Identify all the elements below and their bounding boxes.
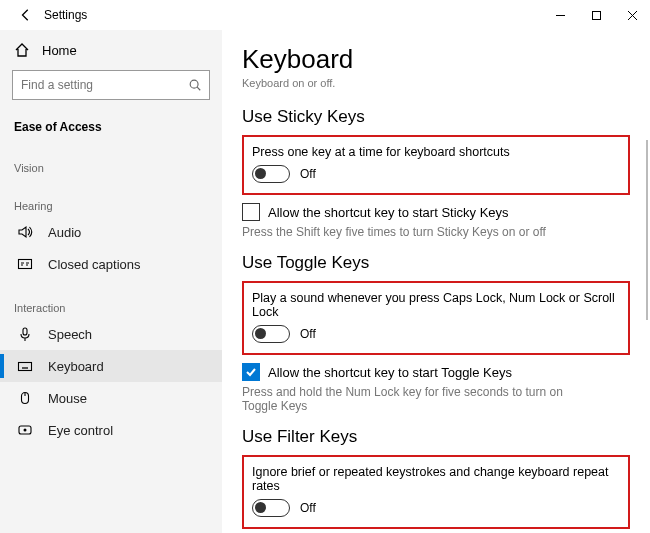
page-title: Keyboard xyxy=(242,44,630,75)
svg-rect-4 xyxy=(19,260,32,269)
home-link[interactable]: Home xyxy=(0,36,222,64)
nav-eye-label: Eye control xyxy=(48,423,113,438)
content-pane: Keyboard Keyboard on or off. Use Sticky … xyxy=(222,30,650,533)
sticky-highlight: Press one key at a time for keyboard sho… xyxy=(242,135,630,195)
sticky-toggle[interactable] xyxy=(252,165,290,183)
window-title: Settings xyxy=(44,8,87,22)
sidebar: Home Ease of Access Vision Hearing Audio… xyxy=(0,30,222,533)
svg-line-3 xyxy=(197,87,200,90)
toggle-shortcut-checkbox[interactable] xyxy=(242,363,260,381)
filter-state: Off xyxy=(300,501,316,515)
eye-icon xyxy=(16,422,34,438)
svg-rect-6 xyxy=(19,363,32,371)
home-icon xyxy=(14,42,30,58)
nav-captions-label: Closed captions xyxy=(48,257,141,272)
subgroup-vision: Vision xyxy=(0,152,222,178)
nav-audio[interactable]: Audio xyxy=(0,216,222,248)
speaker-icon xyxy=(16,224,34,240)
filter-toggle[interactable] xyxy=(252,499,290,517)
sticky-label: Press one key at a time for keyboard sho… xyxy=(252,145,620,159)
svg-rect-1 xyxy=(592,11,600,19)
group-header: Ease of Access xyxy=(0,110,222,140)
filter-heading: Use Filter Keys xyxy=(242,427,630,447)
nav-speech[interactable]: Speech xyxy=(0,318,222,350)
nav-keyboard-label: Keyboard xyxy=(48,359,104,374)
sticky-hint: Press the Shift key five times to turn S… xyxy=(242,225,582,239)
minimize-icon xyxy=(555,10,566,21)
search-field[interactable] xyxy=(13,78,181,92)
maximize-icon xyxy=(591,10,602,21)
sticky-heading: Use Sticky Keys xyxy=(242,107,630,127)
toggle-highlight: Play a sound whenever you press Caps Loc… xyxy=(242,281,630,355)
toggle-label: Play a sound whenever you press Caps Loc… xyxy=(252,291,620,319)
nav-audio-label: Audio xyxy=(48,225,81,240)
arrow-left-icon xyxy=(19,8,33,22)
nav-keyboard[interactable]: Keyboard xyxy=(0,350,222,382)
sticky-shortcut-checkbox[interactable] xyxy=(242,203,260,221)
svg-point-10 xyxy=(24,429,27,432)
back-button[interactable] xyxy=(12,8,40,22)
microphone-icon xyxy=(16,326,34,342)
subgroup-interaction: Interaction xyxy=(0,292,222,318)
search-icon xyxy=(181,78,209,92)
svg-rect-5 xyxy=(23,328,27,335)
search-input[interactable] xyxy=(12,70,210,100)
filter-label: Ignore brief or repeated keystrokes and … xyxy=(252,465,620,493)
mouse-icon xyxy=(16,390,34,406)
subgroup-hearing: Hearing xyxy=(0,190,222,216)
page-subtitle: Keyboard on or off. xyxy=(242,77,630,89)
nav-mouse[interactable]: Mouse xyxy=(0,382,222,414)
filter-highlight: Ignore brief or repeated keystrokes and … xyxy=(242,455,630,529)
nav-speech-label: Speech xyxy=(48,327,92,342)
minimize-button[interactable] xyxy=(542,0,578,30)
close-icon xyxy=(627,10,638,21)
keyboard-icon xyxy=(16,358,34,374)
svg-point-2 xyxy=(190,80,198,88)
toggle-heading: Use Toggle Keys xyxy=(242,253,630,273)
sticky-shortcut-label: Allow the shortcut key to start Sticky K… xyxy=(268,205,509,220)
toggle-hint: Press and hold the Num Lock key for five… xyxy=(242,385,582,413)
toggle-keys-toggle[interactable] xyxy=(252,325,290,343)
toggle-shortcut-label: Allow the shortcut key to start Toggle K… xyxy=(268,365,512,380)
maximize-button[interactable] xyxy=(578,0,614,30)
scrollbar[interactable] xyxy=(646,140,648,320)
sticky-state: Off xyxy=(300,167,316,181)
toggle-state: Off xyxy=(300,327,316,341)
captions-icon xyxy=(16,256,34,272)
check-icon xyxy=(245,366,257,378)
nav-eye[interactable]: Eye control xyxy=(0,414,222,446)
home-label: Home xyxy=(42,43,77,58)
close-button[interactable] xyxy=(614,0,650,30)
nav-captions[interactable]: Closed captions xyxy=(0,248,222,280)
nav-mouse-label: Mouse xyxy=(48,391,87,406)
